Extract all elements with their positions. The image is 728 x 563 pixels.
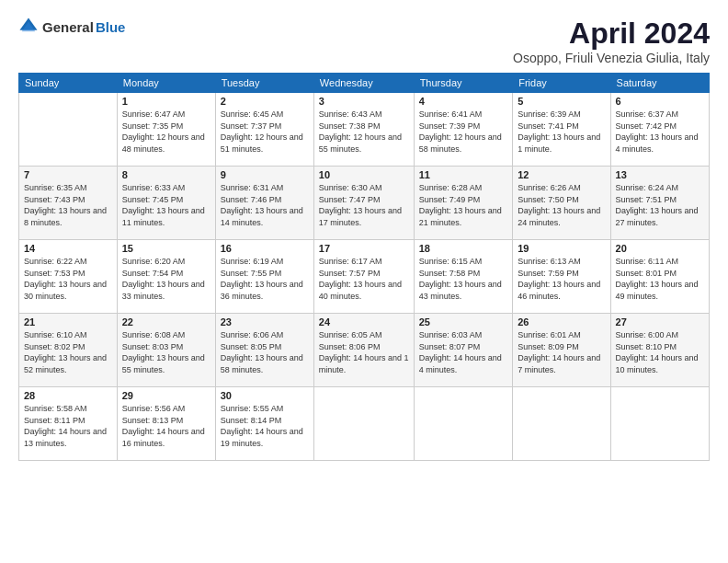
calendar-cell: 15Sunrise: 6:20 AMSunset: 7:54 PMDayligh… [117,240,215,314]
calendar-week-row: 7Sunrise: 6:35 AMSunset: 7:43 PMDaylight… [19,167,710,240]
calendar-cell [19,93,118,167]
calendar-cell: 26Sunrise: 6:01 AMSunset: 8:09 PMDayligh… [513,314,610,387]
day-number: 12 [518,169,605,180]
day-number: 20 [616,243,704,254]
day-info: Sunrise: 6:17 AMSunset: 7:57 PMDaylight:… [319,256,409,302]
day-number: 28 [24,390,112,401]
day-number: 6 [616,96,704,107]
calendar-cell: 3Sunrise: 6:43 AMSunset: 7:38 PMDaylight… [313,93,414,167]
calendar-cell: 5Sunrise: 6:39 AMSunset: 7:41 PMDaylight… [513,93,610,167]
column-header-tuesday: Tuesday [215,74,313,93]
calendar-cell [513,387,610,461]
calendar-cell: 27Sunrise: 6:00 AMSunset: 8:10 PMDayligh… [610,314,709,387]
day-info: Sunrise: 6:31 AMSunset: 7:46 PMDaylight:… [221,182,309,228]
day-number: 25 [419,316,508,327]
day-info: Sunrise: 6:30 AMSunset: 7:47 PMDaylight:… [319,182,409,228]
day-info: Sunrise: 6:22 AMSunset: 7:53 PMDaylight:… [24,256,112,302]
day-info: Sunrise: 6:13 AMSunset: 7:59 PMDaylight:… [518,256,605,302]
calendar-cell: 8Sunrise: 6:33 AMSunset: 7:45 PMDaylight… [117,167,215,240]
day-number: 5 [518,96,605,107]
day-number: 2 [221,96,309,107]
day-info: Sunrise: 6:19 AMSunset: 7:55 PMDaylight:… [221,256,309,302]
day-info: Sunrise: 6:03 AMSunset: 8:07 PMDaylight:… [419,329,508,375]
day-info: Sunrise: 6:05 AMSunset: 8:06 PMDaylight:… [319,329,409,375]
day-number: 16 [221,243,309,254]
column-header-saturday: Saturday [610,74,709,93]
calendar-cell: 23Sunrise: 6:06 AMSunset: 8:05 PMDayligh… [215,314,313,387]
logo-blue: Blue [96,19,126,35]
day-info: Sunrise: 6:28 AMSunset: 7:49 PMDaylight:… [419,182,508,228]
day-info: Sunrise: 6:43 AMSunset: 7:38 PMDaylight:… [319,109,409,155]
day-info: Sunrise: 6:20 AMSunset: 7:54 PMDaylight:… [122,256,210,302]
month-title: April 2024 [513,17,710,51]
calendar-week-row: 28Sunrise: 5:58 AMSunset: 8:11 PMDayligh… [19,387,710,461]
column-header-monday: Monday [117,74,215,93]
day-number: 11 [419,169,508,180]
day-number: 18 [419,243,508,254]
day-info: Sunrise: 5:56 AMSunset: 8:13 PMDaylight:… [122,403,210,449]
calendar-cell [610,387,709,461]
day-number: 14 [24,243,112,254]
calendar-cell: 30Sunrise: 5:55 AMSunset: 8:14 PMDayligh… [215,387,313,461]
day-number: 30 [221,390,309,401]
calendar-header-row: SundayMondayTuesdayWednesdayThursdayFrid… [19,74,710,93]
day-number: 26 [518,316,605,327]
calendar-week-row: 14Sunrise: 6:22 AMSunset: 7:53 PMDayligh… [19,240,710,314]
day-info: Sunrise: 6:41 AMSunset: 7:39 PMDaylight:… [419,109,508,155]
calendar-cell: 24Sunrise: 6:05 AMSunset: 8:06 PMDayligh… [313,314,414,387]
calendar-cell: 22Sunrise: 6:08 AMSunset: 8:03 PMDayligh… [117,314,215,387]
column-header-thursday: Thursday [414,74,513,93]
day-number: 4 [419,96,508,107]
calendar-week-row: 1Sunrise: 6:47 AMSunset: 7:35 PMDaylight… [19,93,710,167]
location-title: Osoppo, Friuli Venezia Giulia, Italy [513,51,710,65]
day-number: 13 [616,169,704,180]
day-number: 22 [122,316,210,327]
day-number: 19 [518,243,605,254]
title-area: April 2024 Osoppo, Friuli Venezia Giulia… [513,17,710,65]
calendar-cell: 20Sunrise: 6:11 AMSunset: 8:01 PMDayligh… [610,240,709,314]
logo: GeneralBlue [18,17,125,37]
calendar-cell: 11Sunrise: 6:28 AMSunset: 7:49 PMDayligh… [414,167,513,240]
day-number: 3 [319,96,409,107]
day-info: Sunrise: 6:11 AMSunset: 8:01 PMDaylight:… [616,256,704,302]
day-number: 23 [221,316,309,327]
day-number: 8 [122,169,210,180]
day-number: 24 [319,316,409,327]
page: GeneralBlue April 2024 Osoppo, Friuli Ve… [0,0,728,563]
day-info: Sunrise: 6:45 AMSunset: 7:37 PMDaylight:… [221,109,309,155]
day-number: 7 [24,169,112,180]
day-number: 17 [319,243,409,254]
calendar-cell [313,387,414,461]
header: GeneralBlue April 2024 Osoppo, Friuli Ve… [18,17,710,65]
day-number: 29 [122,390,210,401]
calendar-cell: 6Sunrise: 6:37 AMSunset: 7:42 PMDaylight… [610,93,709,167]
calendar-week-row: 21Sunrise: 6:10 AMSunset: 8:02 PMDayligh… [19,314,710,387]
day-info: Sunrise: 6:33 AMSunset: 7:45 PMDaylight:… [122,182,210,228]
day-info: Sunrise: 6:15 AMSunset: 7:58 PMDaylight:… [419,256,508,302]
calendar-cell: 25Sunrise: 6:03 AMSunset: 8:07 PMDayligh… [414,314,513,387]
calendar-cell [414,387,513,461]
calendar-cell: 16Sunrise: 6:19 AMSunset: 7:55 PMDayligh… [215,240,313,314]
day-info: Sunrise: 6:26 AMSunset: 7:50 PMDaylight:… [518,182,605,228]
calendar-cell: 9Sunrise: 6:31 AMSunset: 7:46 PMDaylight… [215,167,313,240]
calendar-cell: 17Sunrise: 6:17 AMSunset: 7:57 PMDayligh… [313,240,414,314]
day-info: Sunrise: 5:58 AMSunset: 8:11 PMDaylight:… [24,403,112,449]
day-info: Sunrise: 6:35 AMSunset: 7:43 PMDaylight:… [24,182,112,228]
day-info: Sunrise: 6:10 AMSunset: 8:02 PMDaylight:… [24,329,112,375]
calendar-cell: 12Sunrise: 6:26 AMSunset: 7:50 PMDayligh… [513,167,610,240]
calendar-cell: 2Sunrise: 6:45 AMSunset: 7:37 PMDaylight… [215,93,313,167]
logo-icon [18,17,39,37]
logo-general: General [42,19,94,35]
calendar-cell: 28Sunrise: 5:58 AMSunset: 8:11 PMDayligh… [19,387,118,461]
calendar-cell: 14Sunrise: 6:22 AMSunset: 7:53 PMDayligh… [19,240,118,314]
calendar-table: SundayMondayTuesdayWednesdayThursdayFrid… [18,73,710,461]
day-info: Sunrise: 6:39 AMSunset: 7:41 PMDaylight:… [518,109,605,155]
calendar-cell: 4Sunrise: 6:41 AMSunset: 7:39 PMDaylight… [414,93,513,167]
day-info: Sunrise: 6:06 AMSunset: 8:05 PMDaylight:… [221,329,309,375]
calendar-cell: 29Sunrise: 5:56 AMSunset: 8:13 PMDayligh… [117,387,215,461]
day-number: 15 [122,243,210,254]
day-info: Sunrise: 6:47 AMSunset: 7:35 PMDaylight:… [122,109,210,155]
column-header-friday: Friday [513,74,610,93]
day-info: Sunrise: 5:55 AMSunset: 8:14 PMDaylight:… [221,403,309,449]
calendar-cell: 19Sunrise: 6:13 AMSunset: 7:59 PMDayligh… [513,240,610,314]
